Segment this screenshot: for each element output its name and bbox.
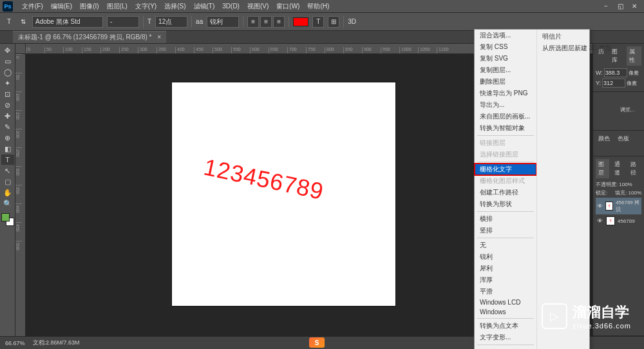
ctx-item[interactable]: 文字变形... [475,332,536,343]
font-style-dropdown[interactable]: - [107,16,139,28]
ctx-item[interactable]: 明信片 [537,31,589,42]
opacity-value[interactable]: 100% [619,182,632,187]
ime-icon[interactable]: S [309,337,325,348]
width-label: W: [596,70,603,76]
layer-name: 456789 拷贝 [616,199,640,213]
zoom-level[interactable]: 66.67% [5,340,25,346]
tab-color[interactable]: 颜色 [596,133,612,144]
menu-help[interactable]: 帮助(H) [303,1,333,12]
align-right-icon[interactable]: ≡ [273,16,285,28]
wand-tool[interactable]: ✦ [1,78,14,88]
ctx-item[interactable]: Windows LCD [475,297,536,307]
align-center-icon[interactable]: ≡ [260,16,272,28]
ctx-item[interactable]: 快速导出为 PNG [475,88,536,99]
preview-button[interactable]: 调览... [616,106,639,113]
orientation-icon[interactable]: ⇅ [18,17,28,27]
ctx-item[interactable]: 无 [475,240,536,251]
layer-item[interactable]: 👁 T 456789 [596,215,641,227]
ctx-item[interactable]: 转换为智能对象 [475,122,536,134]
font-family-dropdown[interactable]: Adobe 黑体 Std [32,16,103,28]
ctx-item[interactable]: 删除图层 [475,76,536,88]
stamp-tool[interactable]: ⊕ [1,133,14,143]
restore-icon[interactable]: ◱ [616,3,625,10]
canvas-text-layer[interactable]: 123456789 [202,153,327,205]
type-tool[interactable]: T [1,155,14,165]
ctx-item[interactable]: 复制 SVG [475,53,536,64]
ctx-item[interactable]: 复制 CSS [475,41,536,53]
visibility-icon[interactable]: 👁 [597,218,603,224]
menu-image[interactable]: 图像(I) [76,1,102,12]
ctx-item[interactable]: 浑厚 [475,274,536,286]
font-size-dropdown[interactable]: 12点 [155,16,187,28]
canvas[interactable]: 123456789 [172,82,395,306]
ctx-separator [477,135,534,136]
align-left-icon[interactable]: ≡ [247,16,259,28]
color-swatches[interactable] [1,213,14,226]
menu-edit[interactable]: 编辑(E) [47,1,76,12]
fill-value[interactable]: 100% [629,190,641,196]
menu-filter[interactable]: 滤镜(T) [190,1,219,12]
ctx-item[interactable]: 导出为... [475,99,536,111]
ctx-item[interactable]: 栅格化文字 [475,164,536,175]
tab-swatches[interactable]: 色板 [615,133,632,144]
brush-tool[interactable]: ✎ [1,122,14,132]
ctx-item: 链接图层 [475,137,536,149]
ctx-item[interactable]: 横排 [475,213,536,225]
lasso-tool[interactable]: ◯ [1,67,14,77]
visibility-icon[interactable]: 👁 [597,203,603,209]
ctx-item[interactable]: 混合选项... [475,30,536,41]
menu-layer[interactable]: 图层(L) [103,1,131,12]
menu-select[interactable]: 选择(S) [160,1,189,12]
3d-button[interactable]: 3D [348,18,356,25]
menu-view[interactable]: 视图(V) [243,1,272,12]
tab-channels[interactable]: 通道 [612,159,625,178]
menu-3d[interactable]: 3D(D) [218,1,243,11]
marquee-tool[interactable]: ▭ [1,56,14,66]
ctx-item[interactable]: 复制图层... [475,64,536,76]
options-bar: T ⇅ Adobe 黑体 Std - T 12点 aa 锐利 ≡ ≡ ≡ T ⊞… [0,13,644,31]
minimize-icon[interactable]: − [601,3,611,10]
watermark-title: 溜溜自学 [573,303,631,322]
layer-item[interactable]: 👁 T 456789 拷贝 [596,198,641,214]
ctx-item[interactable]: 转换为形状 [475,198,536,210]
ctx-item[interactable]: 转换为点文本 [475,320,536,332]
close-icon[interactable]: ✕ [630,3,639,10]
eraser-tool[interactable]: ◧ [1,144,14,154]
aa-dropdown[interactable]: 锐利 [207,16,239,28]
separator [191,16,192,28]
hand-tool[interactable]: ✋ [1,187,14,198]
tab-properties[interactable]: 属性 [627,46,641,66]
menu-type[interactable]: 文字(Y) [131,1,160,12]
ctx-item[interactable]: 犀利 [475,263,536,274]
layer-thumb: T [606,216,615,225]
char-panel-icon[interactable]: ⊞ [328,16,339,28]
document-tab[interactable]: 未标题-1 @ 66.7% (123456789 拷贝, RGB/8) * × [13,31,166,43]
width-input[interactable] [604,68,627,77]
y-input[interactable] [602,79,625,88]
zoom-tool[interactable]: 🔍 [1,198,14,209]
move-tool[interactable]: ✥ [1,45,14,55]
path-tool[interactable]: ↖ [1,165,14,176]
eyedropper-tool[interactable]: ⊘ [1,100,14,110]
warp-text-icon[interactable]: T [312,16,324,28]
separator [343,16,344,28]
ctx-item[interactable]: 从所选图层新建 3D 模型 [537,42,589,54]
fg-color[interactable] [1,213,10,222]
crop-tool[interactable]: ⊡ [1,89,14,99]
tab-close-icon[interactable]: × [157,33,161,41]
shape-tool[interactable]: ▢ [1,176,14,187]
ctx-item[interactable]: 平滑 [475,286,536,297]
menu-file[interactable]: 文件(F) [18,1,47,12]
ctx-item[interactable]: Windows [475,307,536,317]
ctx-item[interactable]: 锐利 [475,251,536,263]
heal-tool[interactable]: ✚ [1,111,14,121]
ctx-item[interactable]: 来自图层的画板... [475,111,536,122]
text-color-swatch[interactable] [293,17,308,26]
type-tool-icon: T [4,17,14,27]
ctx-item[interactable]: 创建工作路径 [475,187,536,198]
layer-name: 456789 [618,218,635,224]
menu-window[interactable]: 窗口(W) [272,1,303,12]
tab-paths[interactable]: 路径 [628,159,641,178]
ctx-item[interactable]: 竖排 [475,225,536,236]
tab-layers[interactable]: 图层 [596,159,609,178]
